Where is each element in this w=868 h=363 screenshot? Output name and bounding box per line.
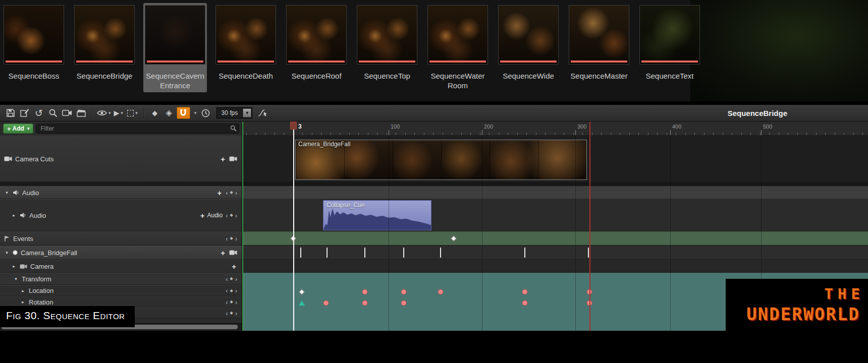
asset-thumbnail[interactable] — [74, 5, 135, 65]
add-audio-button[interactable]: + — [216, 189, 223, 197]
next-key-icon[interactable]: › — [235, 299, 237, 306]
track-row-camera[interactable]: ▸ Camera + — [0, 260, 242, 273]
add-audio-section-button[interactable]: +Audio — [199, 211, 223, 220]
camera-cut-marker[interactable] — [524, 248, 525, 258]
next-key-icon[interactable]: › — [235, 235, 237, 242]
expander-icon[interactable]: ▸ — [20, 299, 26, 305]
camera-cut-marker[interactable] — [327, 248, 328, 258]
fps-dropdown[interactable]: 30 fps ▼ — [216, 107, 253, 118]
track-row-transform[interactable]: ▾ Transform ‹◆› — [0, 273, 242, 285]
add-camera-cut-button[interactable]: + — [220, 155, 226, 163]
rotation-keyframe[interactable] — [522, 300, 528, 306]
rotation-keyframe[interactable] — [323, 300, 329, 306]
key-navigation[interactable]: ‹◆› — [226, 310, 237, 317]
playback-options-button[interactable]: ▶ ▾ — [112, 106, 125, 119]
content-browser-item[interactable]: SequenceWide — [497, 3, 560, 92]
auto-key-options-button[interactable]: ◈ — [162, 106, 176, 119]
playhead[interactable] — [293, 122, 294, 331]
create-camera-button[interactable] — [61, 106, 74, 119]
next-key-icon[interactable]: › — [235, 287, 237, 294]
camera-cut-marker[interactable] — [403, 248, 404, 258]
asset-thumbnail[interactable] — [357, 5, 417, 65]
prev-key-icon[interactable]: ‹ — [226, 310, 228, 317]
camera-cut-marker[interactable] — [364, 248, 365, 258]
track-row-camera-cuts[interactable]: Camera Cuts + — [0, 136, 242, 182]
expander-icon[interactable]: ▸ — [20, 288, 26, 293]
asset-thumbnail[interactable] — [427, 5, 488, 65]
asset-thumbnail[interactable] — [145, 5, 205, 65]
undo-button[interactable]: ↺ — [32, 106, 45, 119]
next-key-icon[interactable]: › — [235, 190, 237, 196]
add-key-icon[interactable]: ◆ — [230, 191, 233, 195]
key-navigation[interactable]: ‹◆› — [226, 276, 237, 282]
find-in-content-browser-button[interactable] — [46, 106, 60, 119]
asset-thumbnail[interactable] — [639, 5, 700, 65]
select-edit-options-button[interactable]: ▾ — [126, 106, 139, 119]
snapping-toggle-button[interactable] — [177, 107, 190, 119]
key-navigation[interactable]: ‹◆› — [226, 212, 237, 219]
asset-thumbnail[interactable] — [569, 5, 629, 65]
snapping-options-button[interactable]: ▾ — [191, 106, 198, 119]
expander-icon[interactable]: ▾ — [13, 276, 19, 281]
next-key-icon[interactable]: › — [235, 212, 237, 219]
add-track-button[interactable]: + Add ▾ — [3, 124, 33, 134]
add-key-icon[interactable]: ◆ — [230, 236, 233, 240]
track-row-audio-child[interactable]: ▸ Audio +Audio ‹◆› — [0, 199, 242, 231]
content-browser-item[interactable]: SequenceTop — [355, 3, 419, 92]
expander-icon[interactable]: ▾ — [4, 250, 10, 255]
track-row-events[interactable]: Events ‹◆› — [0, 231, 242, 246]
key-navigation[interactable]: ‹◆› — [226, 190, 237, 196]
asset-thumbnail[interactable] — [498, 5, 559, 65]
asset-thumbnail[interactable] — [4, 5, 64, 65]
prev-key-icon[interactable]: ‹ — [226, 190, 228, 196]
content-browser-item[interactable]: SequenceRoof — [285, 3, 348, 92]
rotation-keyframe[interactable] — [401, 300, 407, 306]
content-browser-item[interactable]: SequenceText — [638, 3, 701, 92]
save-as-button[interactable] — [18, 106, 31, 119]
add-key-icon[interactable]: ◆ — [230, 300, 233, 304]
next-key-icon[interactable]: › — [235, 310, 237, 317]
filter-input[interactable] — [36, 124, 239, 134]
time-snap-button[interactable] — [199, 106, 212, 119]
keyframe-options-button[interactable]: ◆ — [148, 106, 161, 119]
key-navigation[interactable]: ‹◆› — [226, 287, 237, 294]
camera-cut-marker[interactable] — [440, 248, 441, 258]
prev-key-icon[interactable]: ‹ — [226, 235, 228, 242]
content-browser-item[interactable]: SequenceBoss — [2, 3, 66, 92]
playhead-handle[interactable] — [290, 122, 297, 130]
expander-icon[interactable]: ▸ — [11, 264, 17, 269]
add-key-icon[interactable]: ◆ — [230, 311, 233, 315]
prev-key-icon[interactable]: ‹ — [226, 276, 228, 282]
asset-thumbnail[interactable] — [286, 5, 347, 65]
key-navigation[interactable]: ‹◆› — [226, 235, 237, 242]
add-camera-property-button[interactable]: + — [231, 262, 237, 271]
content-browser-item[interactable]: SequenceDeath — [214, 3, 278, 92]
camera-icon[interactable] — [229, 250, 237, 256]
content-browser-item[interactable]: SequenceMaster — [567, 3, 631, 92]
render-movie-button[interactable] — [75, 106, 88, 119]
expander-icon[interactable]: ▾ — [4, 190, 10, 195]
asset-thumbnail[interactable] — [215, 5, 276, 65]
camera-cuts-clip[interactable]: Camera_BridgeFall — [295, 140, 587, 180]
save-button[interactable] — [4, 106, 17, 119]
add-key-icon[interactable]: ◆ — [230, 213, 233, 217]
add-key-icon[interactable]: ◆ — [230, 277, 233, 281]
add-key-icon[interactable]: ◆ — [230, 289, 233, 293]
timeline-ruler[interactable]: 100200300400500 — [242, 122, 868, 136]
track-row-location[interactable]: ▸ Location ‹◆› — [0, 285, 242, 296]
location-keyframe[interactable] — [362, 289, 368, 295]
camera-cut-marker[interactable] — [300, 248, 301, 258]
audio-clip[interactable]: Collapse_Cue — [323, 200, 431, 230]
view-options-button[interactable]: ▾ — [97, 106, 111, 119]
content-browser-item[interactable]: SequenceCavern Entrance — [143, 3, 207, 92]
add-track-section-button[interactable]: + — [220, 249, 226, 257]
camera-cut-marker[interactable] — [588, 248, 589, 258]
curve-editor-button[interactable] — [256, 106, 269, 119]
next-key-icon[interactable]: › — [235, 276, 237, 282]
prev-key-icon[interactable]: ‹ — [226, 299, 228, 306]
location-keyframe[interactable] — [438, 289, 444, 295]
content-browser-item[interactable]: SequenceWater Room — [426, 3, 490, 92]
lock-camera-icon[interactable] — [229, 156, 237, 162]
track-row-camera-bridgefall[interactable]: ▾ Camera_BridgeFall + — [0, 246, 242, 260]
rotation-keyframe[interactable] — [299, 300, 305, 306]
